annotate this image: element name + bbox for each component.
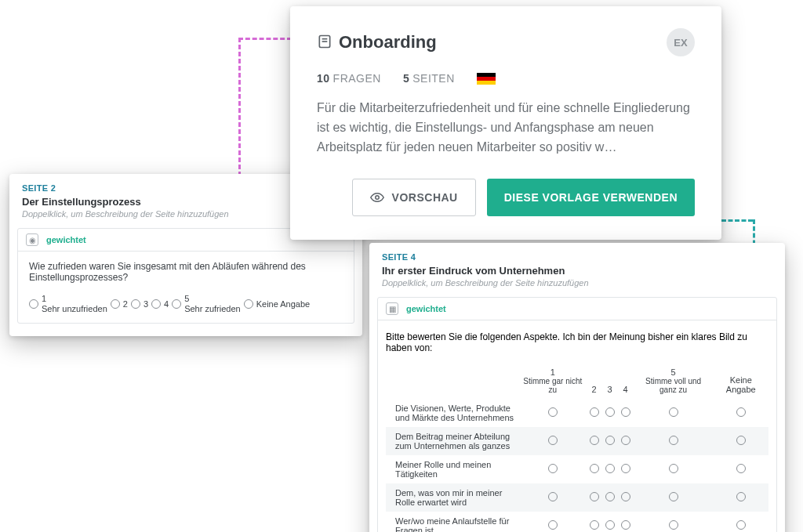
radio-icon <box>736 464 746 473</box>
likert-option-3[interactable]: 3 <box>131 299 148 309</box>
radio-icon <box>605 436 615 445</box>
matrix-cell[interactable] <box>714 483 768 512</box>
radio-icon <box>736 436 746 445</box>
template-title: Onboarding <box>317 32 656 52</box>
radio-icon <box>244 299 253 309</box>
matrix-col-na: Keine Angabe <box>714 363 768 399</box>
page-subtitle[interactable]: Doppelklick, um Beschreibung der Seite h… <box>369 277 785 297</box>
matrix-cell[interactable] <box>602 512 618 532</box>
radio-icon <box>621 520 630 530</box>
matrix-cell[interactable] <box>618 512 634 532</box>
radio-icon <box>669 407 678 417</box>
connector-pink-h <box>238 38 292 40</box>
question-text: Wie zufrieden waren Sie insgesamt mit de… <box>29 261 343 283</box>
scale-icon: ◉ <box>26 233 38 246</box>
matrix-cell[interactable] <box>519 455 587 483</box>
radio-icon <box>605 464 615 473</box>
matrix-cell[interactable] <box>634 512 714 532</box>
matrix-row: Dem Beitrag meiner Abteilung zum Unterne… <box>386 427 768 455</box>
ex-badge: EX <box>667 28 695 56</box>
matrix-cell[interactable] <box>602 483 618 512</box>
radio-icon <box>621 407 630 417</box>
matrix-cell[interactable] <box>618 399 634 427</box>
matrix-header-row: 1Stimme gar nicht zu 2 3 4 5Stimme voll … <box>386 363 768 399</box>
matrix-row-label: Dem, was von mir in meiner Rolle erwarte… <box>386 483 519 512</box>
matrix-cell[interactable] <box>714 427 768 455</box>
matrix-cell[interactable] <box>519 427 587 455</box>
matrix-cell[interactable] <box>587 512 602 532</box>
matrix-cell[interactable] <box>587 399 602 427</box>
radio-icon <box>621 492 630 501</box>
radio-icon <box>590 407 599 417</box>
matrix-cell[interactable] <box>714 455 768 483</box>
survey-icon <box>317 34 332 49</box>
radio-icon <box>736 492 746 501</box>
question-block: ◉ gewichtet Wie zufrieden waren Sie insg… <box>17 228 354 324</box>
matrix-row: Wer/wo meine Anlaufstelle für Fragen ist <box>386 512 768 532</box>
radio-icon <box>590 464 599 473</box>
matrix-cell[interactable] <box>519 512 587 532</box>
matrix-cell[interactable] <box>587 427 602 455</box>
radio-icon <box>111 299 120 309</box>
page-label: SEITE 4 <box>369 252 785 265</box>
use-template-button[interactable]: DIESE VORLAGE VERWENDEN <box>487 179 695 216</box>
flag-de-icon <box>477 73 496 85</box>
matrix-cell[interactable] <box>618 427 634 455</box>
radio-icon <box>590 492 599 501</box>
radio-icon <box>669 464 678 473</box>
matrix-row: Dem, was von mir in meiner Rolle erwarte… <box>386 483 768 512</box>
matrix-cell[interactable] <box>634 483 714 512</box>
radio-icon <box>605 407 615 417</box>
survey-page-4-card: SEITE 4 Ihr erster Eindruck vom Unterneh… <box>369 243 785 532</box>
question-header: ▦ gewichtet <box>378 298 776 320</box>
page-title: Ihr erster Eindruck vom Unternehmen <box>369 265 785 277</box>
radio-icon <box>131 299 140 309</box>
radio-icon <box>548 436 558 445</box>
radio-icon <box>29 299 38 309</box>
question-body: Bitte bewerten Sie die folgenden Aspekte… <box>378 320 776 532</box>
matrix-cell[interactable] <box>602 399 618 427</box>
radio-icon <box>669 492 678 501</box>
template-header-card: Onboarding EX 10FRAGEN 5SEITEN Für die M… <box>290 6 721 240</box>
svg-point-3 <box>375 196 379 200</box>
matrix-cell[interactable] <box>714 399 768 427</box>
matrix-row-label: Wer/wo meine Anlaufstelle für Fragen ist <box>386 512 519 532</box>
matrix-cell[interactable] <box>634 399 714 427</box>
radio-icon <box>621 436 630 445</box>
likert-option-5[interactable]: 5Sehr zufrieden <box>172 294 241 313</box>
questions-count: 10FRAGEN <box>317 72 381 85</box>
radio-icon <box>605 492 615 501</box>
radio-icon <box>548 492 558 501</box>
matrix-col-5: 5Stimme voll und ganz zu <box>634 363 714 399</box>
preview-button[interactable]: VORSCHAU <box>352 179 476 216</box>
radio-icon <box>151 299 161 309</box>
radio-icon <box>736 407 746 417</box>
question-text: Bitte bewerten Sie die folgenden Aspekte… <box>386 331 768 353</box>
radio-icon <box>669 436 678 445</box>
pages-count: 5SEITEN <box>403 72 455 85</box>
matrix-cell[interactable] <box>587 455 602 483</box>
matrix-cell[interactable] <box>634 427 714 455</box>
likert-option-na[interactable]: Keine Angabe <box>244 299 311 309</box>
matrix-cell[interactable] <box>519 483 587 512</box>
radio-icon <box>548 520 558 530</box>
matrix-col-1: 1Stimme gar nicht zu <box>519 363 587 399</box>
template-meta: 10FRAGEN 5SEITEN <box>317 72 695 85</box>
matrix-cell[interactable] <box>587 483 602 512</box>
question-block: ▦ gewichtet Bitte bewerten Sie die folge… <box>377 297 777 532</box>
matrix-cell[interactable] <box>519 399 587 427</box>
matrix-cell[interactable] <box>602 427 618 455</box>
radio-icon <box>548 407 558 417</box>
likert-option-1[interactable]: 1Sehr unzufrieden <box>29 294 107 313</box>
template-description: Für die Mitarbeiterzufriedenheit und für… <box>317 99 695 157</box>
matrix-cell[interactable] <box>618 483 634 512</box>
matrix-cell[interactable] <box>634 455 714 483</box>
likert-option-2[interactable]: 2 <box>111 299 128 309</box>
matrix-cell[interactable] <box>714 512 768 532</box>
radio-icon <box>548 464 558 473</box>
likert-row: 1Sehr unzufrieden 2 3 4 5Sehr zufrieden … <box>29 294 343 313</box>
matrix-cell[interactable] <box>618 455 634 483</box>
weighted-tag: gewichtet <box>46 235 86 244</box>
likert-option-4[interactable]: 4 <box>151 299 169 309</box>
matrix-cell[interactable] <box>602 455 618 483</box>
